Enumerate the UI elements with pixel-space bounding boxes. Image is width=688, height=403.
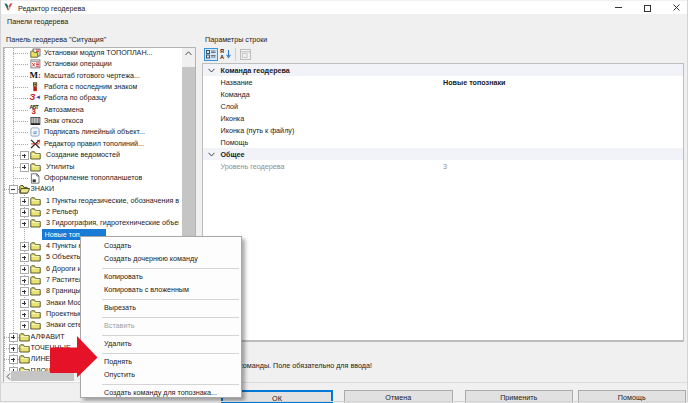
svg-text:a: a xyxy=(33,129,37,137)
